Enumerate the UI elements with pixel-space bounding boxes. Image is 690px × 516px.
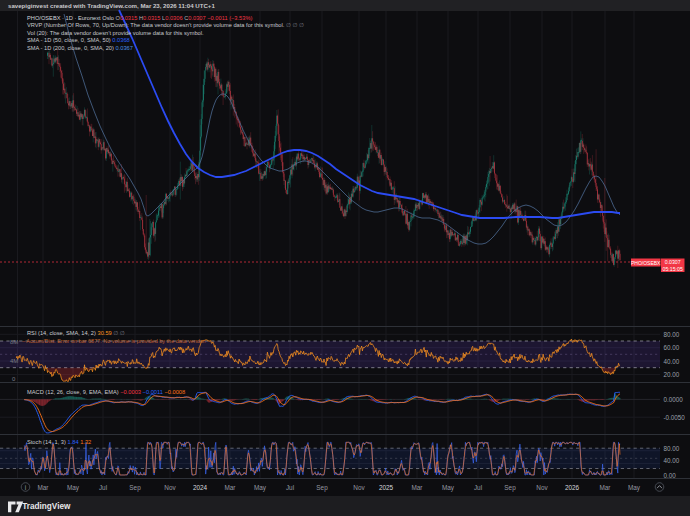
svg-text:SMA - 1D (200, close, 0, SMA,: SMA - 1D (200, close, 0, SMA, 20) 0.0367 [27,45,133,51]
svg-text:Nov: Nov [353,484,365,491]
svg-text:May: May [628,484,641,492]
svg-text:20.00: 20.00 [664,371,680,378]
svg-text:2025: 2025 [379,484,394,491]
svg-text:Jul: Jul [474,484,482,491]
svg-text:Jul: Jul [99,484,107,491]
svg-text:0.0000: 0.0000 [664,396,684,403]
svg-text:MACD (12, 26, close, 9, EMA, E: MACD (12, 26, close, 9, EMA, EMA) −0.000… [27,389,185,395]
svg-text:TradingView: TradingView [22,502,71,511]
svg-text:– Accum/Dist: Error on bar 687: – Accum/Dist: Error on bar 6877: No volu… [22,338,212,344]
svg-text:Sep: Sep [129,484,141,492]
svg-text:40.00: 40.00 [664,457,680,464]
svg-text:i: i [25,484,26,491]
svg-text:May: May [442,484,455,492]
svg-text:8M: 8M [10,339,18,345]
svg-text:VRVP (Number Of Rows, 70, Up/D: VRVP (Number Of Rows, 70, Up/Down): The … [27,22,304,28]
svg-text:savepiginvest created with Tra: savepiginvest created with TradingView.c… [8,2,215,9]
svg-text:Nov: Nov [164,484,176,491]
svg-text:80.00: 80.00 [664,445,680,452]
svg-text:0.00: 0.00 [664,472,677,479]
svg-text:-0.0050: -0.0050 [664,414,686,421]
svg-text:May: May [254,484,267,492]
svg-text:Nov: Nov [536,484,548,491]
svg-text:Mar: Mar [37,484,49,491]
svg-text:05:15:05: 05:15:05 [663,266,683,272]
svg-text:Mar: Mar [599,484,611,491]
svg-text:60.00: 60.00 [664,344,680,351]
svg-text:Sep: Sep [316,484,328,492]
svg-text:Mar: Mar [411,484,423,491]
svg-text:4M: 4M [10,358,18,364]
svg-text:40.00: 40.00 [664,358,680,365]
svg-text:RSI (14, close, SMA, 14, 2) 30: RSI (14, close, SMA, 14, 2) 30.59 ∅ ∅ [27,330,125,336]
svg-text:PHO/OSEBX: PHO/OSEBX [631,260,661,266]
svg-text:Mar: Mar [224,484,236,491]
svg-text:SMA - 1D (50, close, 0, SMA, 5: SMA - 1D (50, close, 0, SMA, 50) 0.0368 [27,37,130,43]
svg-text:Vol (20): The data vendor does: Vol (20): The data vendor doesn’t provid… [27,30,204,36]
svg-text:2026: 2026 [565,484,580,491]
svg-text:80.00: 80.00 [664,331,680,338]
svg-text:Stoch (14, 1, 3) 1.84 1.32: Stoch (14, 1, 3) 1.84 1.32 [27,439,91,445]
svg-text:PHO/OSEBX · 1D · Euronext Oslo: PHO/OSEBX · 1D · Euronext Oslo O0.0315 H… [27,15,252,21]
svg-text:0.0307: 0.0307 [665,259,681,265]
svg-text:2024: 2024 [193,484,208,491]
svg-text:Sep: Sep [504,484,516,492]
svg-text:Jul: Jul [286,484,294,491]
svg-text:May: May [67,484,80,492]
